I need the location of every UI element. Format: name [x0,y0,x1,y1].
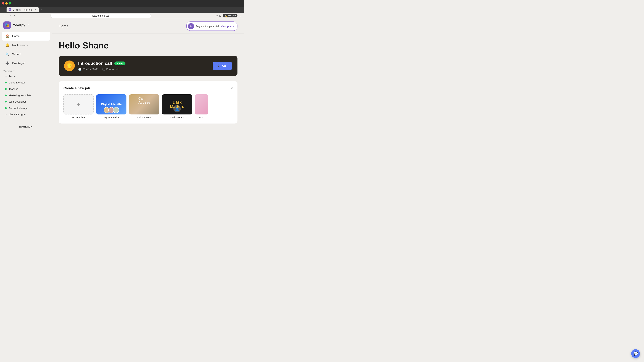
company-name: Moodjoy [13,23,25,27]
no-template-plus-icon: + [77,101,80,108]
app-container: 🎭 Moodjoy ▼ 🏠 Home 🔔 Notifications 🔍 Sea… [0,19,244,137]
sidebar: 🎭 Moodjoy ▼ 🏠 Home 🔔 Notifications 🔍 Sea… [0,19,52,137]
trial-days-badge: 14 [188,23,194,29]
address-actions: ☆ ⊡ 🕵 Incognito ⋮ [216,14,242,17]
address-nav-buttons: ← → ↻ [3,14,17,17]
sidebar-item-visual-designer[interactable]: Visual Designer [2,111,50,117]
template-calm-access[interactable]: CalmAccess Calm Access [129,94,159,119]
no-template-label: No template [64,116,94,119]
view-plans-link[interactable]: View plans [221,25,234,28]
template-no-template[interactable]: + No template [64,94,94,119]
window-close-button[interactable] [2,2,4,4]
tab-bar: ⌵ M Moodjoy - Homerun × + [0,7,244,13]
jobs-list: Trainer Content Writer Teacher Marketing… [0,73,52,118]
company-header[interactable]: 🎭 Moodjoy ▼ [0,19,52,31]
tab-group-button[interactable]: ⌵ [1,8,4,11]
intro-time-value: 23:45 - 00:00 [82,68,98,71]
your-jobs-section-label[interactable]: Your jobs ▾ [0,68,52,73]
notifications-icon: 🔔 [5,43,10,48]
content-writer-status-dot [5,82,7,83]
intro-time: 🕐 23:45 - 00:00 [78,68,98,71]
sidebar-item-teacher[interactable]: Teacher [2,86,50,92]
forward-button[interactable]: → [8,14,12,17]
digital-identity-thumbnail: Digital Identity [96,94,126,114]
job-templates-list: + No template Digital Identity [64,94,233,119]
intro-info: Introduction call Today 🕐 23:45 - 00:00 … [78,61,209,71]
trial-text: Days left in your trial [196,25,219,28]
sidebar-item-home-label: Home [12,34,20,38]
main-body: Hello Shane 😊 Introduction call Today 🕐 … [52,34,244,130]
intro-type: 📞 Phone call [102,68,118,71]
rac-label: Rac... [195,116,208,119]
sidebar-item-trainer[interactable]: Trainer [2,73,50,79]
window-minimize-button[interactable] [5,2,8,4]
menu-button[interactable]: ⋮ [239,14,242,17]
dark-matters-label: Dark Matters [162,116,192,119]
account-manager-status-dot [5,107,7,109]
your-jobs-chevron-icon: ▾ [14,70,14,72]
account-manager-label: Account Manager [9,107,28,109]
company-dropdown-icon: ▼ [28,24,30,26]
template-dark-matters[interactable]: DarkMatters 👤 Dark Matters [162,94,192,119]
sidebar-item-home[interactable]: 🏠 Home [2,32,50,40]
teacher-label: Teacher [9,87,18,90]
web-developer-label: Web Developer [9,100,26,103]
web-developer-status-dot [5,101,7,103]
call-button[interactable]: 📞 Call [213,62,232,70]
intro-type-value: Phone call [106,68,118,71]
dark-matters-thumbnail-title: DarkMatters [170,100,184,109]
active-tab[interactable]: M Moodjoy - Homerun × [6,7,39,12]
marketing-associate-label: Marketing Associate [9,94,31,97]
greeting-text: Hello Shane [59,40,238,50]
sidebar-item-marketing-associate[interactable]: Marketing Associate [2,92,50,98]
sidebar-item-notifications-label: Notifications [12,43,28,47]
trainer-status-dot [5,75,7,77]
create-job-title: Create a new job [64,86,90,90]
visual-designer-status-dot [5,114,7,115]
sidebar-item-content-writer[interactable]: Content Writer [2,79,50,86]
new-tab-button[interactable]: + [40,7,44,12]
reload-button[interactable]: ↻ [14,14,17,17]
digital-identity-label: Digital Identity [96,116,126,119]
intro-call-card: 😊 Introduction call Today 🕐 23:45 - 00:0… [59,56,238,76]
no-template-thumbnail: + [64,94,94,114]
sidebar-item-notifications[interactable]: 🔔 Notifications [2,41,50,50]
clock-icon: 🕐 [78,68,82,71]
sidebar-item-web-developer[interactable]: Web Developer [2,98,50,105]
create-job-close-button[interactable]: × [230,86,233,90]
digital-identity-thumbnail-title: Digital Identity [101,103,122,106]
tab-close-button[interactable]: × [34,8,37,11]
rac-thumbnail [195,94,208,114]
sidebar-item-account-manager[interactable]: Account Manager [2,105,50,111]
split-view-button[interactable]: ⊡ [219,14,221,17]
template-digital-identity[interactable]: Digital Identity Digital Identity [96,94,126,119]
address-input[interactable] [50,13,151,18]
back-button[interactable]: ← [3,14,7,17]
create-job-icon: ➕ [5,61,10,66]
main-header: Home 14 Days left in your trial View pla… [52,19,244,34]
address-bar: ← → ↻ ☆ ⊡ 🕵 Incognito ⋮ [0,13,244,19]
window-controls [2,2,11,4]
call-button-icon: 📞 [217,64,221,68]
intro-meta: 🕐 23:45 - 00:00 📞 Phone call [78,68,209,71]
search-icon: 🔍 [5,52,10,57]
bookmark-button[interactable]: ☆ [216,14,218,17]
home-icon: 🏠 [5,34,10,38]
sidebar-item-search[interactable]: 🔍 Search [2,50,50,59]
page-title: Home [59,24,68,28]
template-rac-partial[interactable]: Rac... [195,94,208,119]
phone-icon: 📞 [102,68,105,71]
tab-title: Moodjoy - Homerun [12,8,32,11]
tab-favicon: M [8,8,11,11]
homerun-logo: HOMERUN [0,123,52,131]
window-maximize-button[interactable] [9,2,11,4]
sidebar-item-search-label: Search [12,53,21,56]
sidebar-item-create-job[interactable]: ➕ Create job [2,59,50,68]
content-writer-label: Content Writer [9,81,25,84]
intro-avatar: 😊 [64,60,75,71]
intro-avatar-emoji: 😊 [66,63,73,69]
company-logo: 🎭 [3,21,11,29]
marketing-associate-status-dot [5,94,7,96]
main-nav: 🏠 Home 🔔 Notifications 🔍 Search ➕ Create… [0,31,52,68]
browser-chrome [0,0,244,7]
